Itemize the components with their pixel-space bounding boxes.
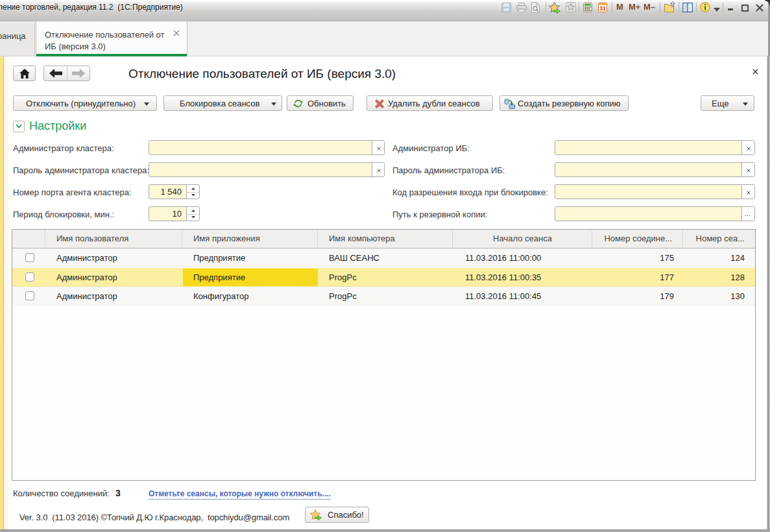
svg-text:31: 31	[599, 5, 606, 12]
